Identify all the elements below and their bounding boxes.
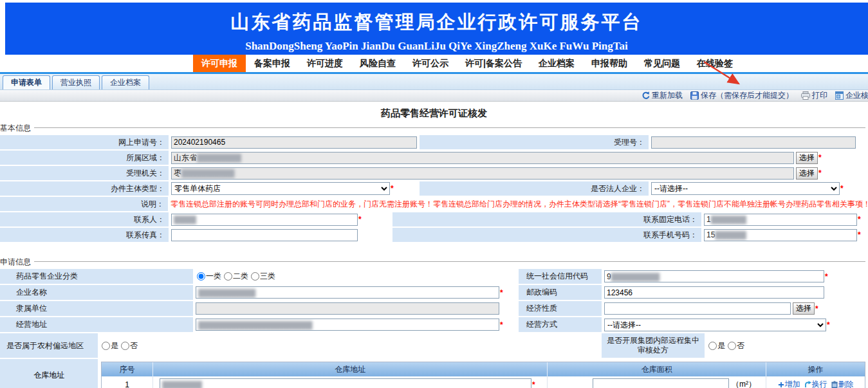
business-mode-cell: --请选择-- * bbox=[602, 317, 868, 332]
nav-item-license-progress[interactable]: 许可进度 bbox=[299, 55, 351, 72]
landline-label: 联系固定电话： bbox=[392, 212, 701, 226]
required-asterisk: * bbox=[500, 320, 503, 329]
warehouse-table-header: 序号 仓库地址 仓库面积 操作 bbox=[102, 362, 865, 376]
postcode-input[interactable] bbox=[604, 286, 824, 299]
tab-application-form[interactable]: 申请表单 bbox=[3, 75, 50, 89]
save-label: 保存（需保存后才能提交） bbox=[701, 90, 793, 101]
contact-person-cell: █████ * bbox=[169, 212, 392, 226]
nav-item-license-publicity[interactable]: 许可公示 bbox=[404, 55, 457, 72]
tab-business-license[interactable]: 营业执照 bbox=[52, 75, 100, 89]
category-radio-2[interactable] bbox=[224, 272, 232, 281]
category-radio-1[interactable] bbox=[197, 272, 205, 281]
business-mode-label: 经营方式 bbox=[519, 317, 602, 332]
online-apply-no-label: 网上申请号： bbox=[0, 135, 169, 149]
nav-item-license-apply[interactable]: 许可申报 bbox=[193, 55, 246, 72]
warehouse-address-redacted: █████████ bbox=[162, 381, 201, 388]
business-address-input[interactable]: ██████████████████████████ bbox=[196, 319, 499, 331]
remote-review-label: 是否开展集团内部远程集中 审核处方 bbox=[602, 333, 705, 358]
category-radio-3[interactable] bbox=[251, 272, 259, 281]
credit-code-input[interactable]: 9 ███████████ bbox=[604, 270, 824, 282]
save-button[interactable]: 保存（需保存后才能提交） bbox=[690, 90, 793, 101]
credit-code-redacted: ███████████ bbox=[611, 273, 660, 281]
row-online-apply-no: 网上申请号： 受理号： bbox=[0, 135, 868, 149]
accept-organ-input[interactable]: 枣 ████████████ bbox=[171, 167, 794, 180]
enterprise-verify-label: 企业核验 bbox=[845, 90, 868, 101]
business-mode-select[interactable]: --请选择-- bbox=[604, 319, 826, 331]
row-accept-organ: 受理机关： 枣 ████████████ 选择 * bbox=[0, 166, 868, 180]
required-asterisk: * bbox=[827, 320, 830, 329]
row-company-name: 企业名称 █████████████ * 邮政编码 bbox=[0, 285, 868, 300]
reload-button[interactable]: 重新加载 bbox=[642, 90, 683, 101]
warehouse-table-wrap: 序号 仓库地址 仓库面积 操作 1 █████████ * （m bbox=[98, 359, 868, 388]
economy-select-button[interactable]: 选择 bbox=[793, 302, 815, 315]
company-name-cell: █████████████ * bbox=[193, 285, 519, 300]
accept-no-cell bbox=[649, 135, 868, 149]
basic-info-legend: 基本信息 bbox=[0, 123, 34, 134]
enterprise-verify-button[interactable]: 企业核验 bbox=[835, 90, 868, 101]
subject-type-select[interactable]: 零售单体药店 bbox=[171, 182, 390, 195]
subject-type-label: 办件主体类型： bbox=[0, 181, 169, 196]
tab-enterprise-archive[interactable]: 企业档案 bbox=[102, 75, 149, 89]
postcode-cell bbox=[602, 285, 868, 300]
region-input[interactable]: 山东省 ██████████ bbox=[171, 152, 794, 164]
add-row-button[interactable]: 增加 bbox=[778, 379, 800, 388]
row-affiliation: 隶属单位 经济性质 选择 * bbox=[0, 301, 868, 316]
economy-input[interactable] bbox=[604, 302, 791, 315]
nav-item-apply-help[interactable]: 申报帮助 bbox=[583, 55, 636, 72]
form-toolbar: 重新加载 保存（需保存后才能提交） 打印 企业核验 bbox=[0, 90, 868, 102]
rural-cell: 是 否 bbox=[98, 333, 602, 358]
fax-input[interactable] bbox=[171, 229, 358, 241]
rural-yes-radio[interactable] bbox=[102, 342, 110, 350]
credit-code-label: 统一社会信用代码 bbox=[519, 269, 602, 284]
warehouse-area-input[interactable] bbox=[593, 378, 729, 388]
save-icon bbox=[690, 91, 699, 100]
nav-item-faq[interactable]: 常见问题 bbox=[636, 55, 688, 72]
nav-item-license-announcement[interactable]: 许可|备案公告 bbox=[457, 55, 530, 72]
accept-organ-cell: 枣 ████████████ 选择 * bbox=[169, 166, 868, 180]
row-region: 所属区域： 山东省 ██████████ 选择 * bbox=[0, 151, 868, 165]
online-apply-no-input[interactable] bbox=[171, 136, 417, 149]
subject-type-cell: 零售单体药店 * bbox=[169, 181, 420, 196]
company-name-input[interactable]: █████████████ bbox=[196, 286, 499, 299]
accept-organ-label: 受理机关： bbox=[0, 166, 169, 180]
trash-icon bbox=[831, 381, 838, 388]
row-contact-person: 联系人： █████ * 联系固定电话： 1 ████████ * bbox=[0, 212, 868, 226]
row-subject-type: 办件主体类型： 零售单体药店 * 是否法人企业： --请选择-- * bbox=[0, 181, 868, 196]
accept-no-input[interactable] bbox=[651, 136, 856, 149]
rural-no-label: 否 bbox=[130, 340, 138, 351]
nav-item-enterprise-archive[interactable]: 企业档案 bbox=[530, 55, 583, 72]
remote-no-radio[interactable] bbox=[728, 342, 736, 350]
delete-row-button[interactable]: 删除 bbox=[831, 379, 854, 388]
legal-entity-select[interactable]: --请选择-- bbox=[651, 182, 840, 195]
region-select-button[interactable]: 选择 bbox=[796, 152, 818, 164]
remote-yes-radio[interactable] bbox=[708, 342, 717, 350]
legal-entity-cell: --请选择-- * bbox=[649, 181, 868, 196]
note-label: 说明： bbox=[0, 197, 168, 211]
nav-item-online-verify[interactable]: 在线验签 bbox=[688, 55, 741, 72]
landline-value-redacted: ████████ bbox=[711, 216, 746, 223]
landline-input[interactable]: 1 ████████ bbox=[704, 214, 857, 226]
required-asterisk: * bbox=[818, 169, 822, 178]
warehouse-address-cell: █████████ * bbox=[153, 376, 548, 388]
affiliation-label: 隶属单位 bbox=[0, 301, 193, 316]
fax-label: 联系传真： bbox=[0, 228, 169, 242]
company-name-redacted: █████████████ bbox=[198, 289, 255, 297]
rural-no-radio[interactable] bbox=[121, 342, 129, 350]
warehouse-row-1: 1 █████████ * （m²） 增加 bbox=[102, 376, 865, 388]
print-button[interactable]: 打印 bbox=[801, 90, 827, 101]
mobile-input[interactable]: 15 ███████ bbox=[704, 229, 857, 241]
affiliation-input[interactable] bbox=[196, 302, 499, 315]
nav-item-risk-selfcheck[interactable]: 风险自查 bbox=[351, 55, 404, 72]
site-header: 山东省药品监督管理局企业行政许可服务平台 ShanDongSheng YaoPi… bbox=[5, 3, 868, 55]
landline-cell: 1 ████████ * bbox=[701, 212, 868, 226]
nav-item-record-apply[interactable]: 备案申报 bbox=[246, 55, 299, 72]
accept-organ-select-button[interactable]: 选择 bbox=[796, 167, 818, 180]
retail-category-label: 药品零售企业分类 bbox=[0, 269, 193, 284]
contact-person-input[interactable]: █████ bbox=[171, 214, 358, 226]
warehouse-address-input[interactable]: █████████ bbox=[160, 378, 531, 388]
affiliation-cell bbox=[193, 301, 519, 316]
region-value-redacted: ██████████ bbox=[197, 154, 241, 162]
legal-entity-label: 是否法人企业： bbox=[420, 181, 649, 196]
swap-row-button[interactable]: 换行 bbox=[804, 379, 827, 388]
warehouse-row-seq: 1 bbox=[102, 376, 153, 388]
